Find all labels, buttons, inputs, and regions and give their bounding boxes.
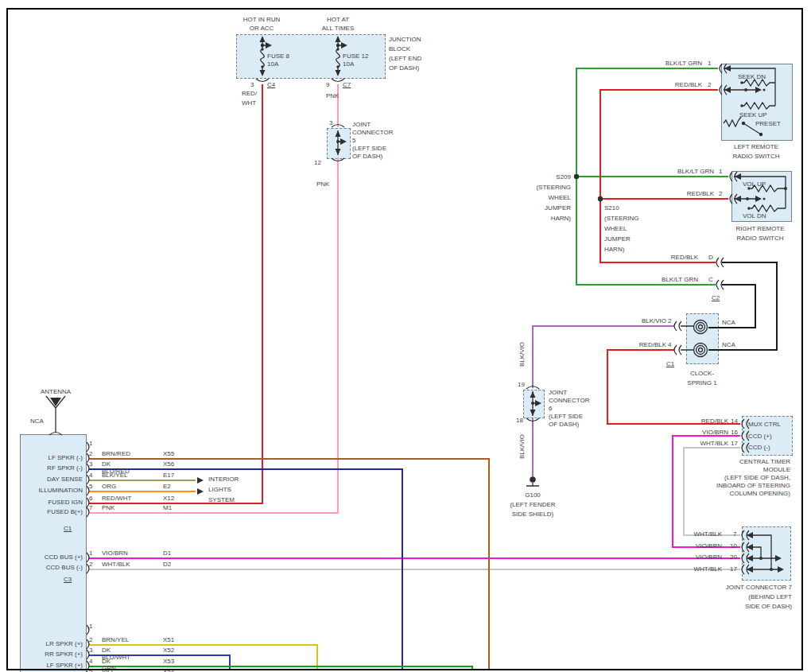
cs-connector-c1: C1 bbox=[666, 359, 674, 368]
ctm-row-pin: 17 bbox=[731, 439, 738, 448]
interior-lights-arrows bbox=[197, 477, 204, 495]
vol-up-label: VOL UP bbox=[743, 180, 766, 188]
radio-fn: ILLUMINATION bbox=[24, 486, 83, 495]
wire-brn-red bbox=[89, 459, 489, 670]
wire-name: ORG bbox=[102, 483, 116, 490]
rr-pin2-wire: RED/BLK bbox=[674, 189, 714, 198]
wire-label-blk-vio-2: BLK/VIO bbox=[518, 429, 526, 464]
cs-nca-bottom: NCA bbox=[722, 340, 735, 349]
circuit-code: D1 bbox=[163, 550, 171, 557]
pin-num: 7 bbox=[89, 504, 92, 511]
cs-pin4-num: 4 bbox=[668, 340, 671, 349]
circuit-code: X51 bbox=[163, 636, 174, 643]
wire-name: RED/WHT bbox=[102, 495, 131, 502]
circuit-code: X55 bbox=[163, 450, 174, 457]
ctm-title: CENTRAL TIMER MODULE (LEFT SIDE OF DASH,… bbox=[669, 458, 790, 498]
pin-num: 4 bbox=[89, 472, 92, 479]
pin-num: 3 bbox=[89, 647, 92, 654]
wire-name: BLK/YEL bbox=[102, 472, 127, 479]
lr-pin2-num: 2 bbox=[708, 80, 711, 89]
wire-red-wht-fused-ign bbox=[89, 84, 262, 503]
interior-lights-label: INTERIOR LIGHTS SYSTEM bbox=[208, 474, 239, 505]
jc7-row-pin: 20 bbox=[730, 553, 737, 561]
wire-name: BRN/RED bbox=[102, 450, 130, 457]
wire-label-blk-vio-1: BLK/VIO bbox=[518, 337, 526, 372]
lr-pin1-wire: BLK/LT GRN bbox=[653, 59, 702, 68]
jc6-title: JOINT CONNECTOR 6 (LEFT SIDE OF DASH) bbox=[549, 389, 589, 429]
right-remote-title: RIGHT REMOTE RADIO SWITCH bbox=[716, 224, 805, 243]
wire-dk-grn bbox=[89, 666, 472, 670]
hot-in-run-label: HOT IN RUN OR ACC bbox=[236, 15, 287, 33]
joint-connector-5-symbol bbox=[336, 130, 347, 155]
circuit-code: X53 bbox=[163, 658, 174, 665]
junction-block-title: JUNCTION BLOCK (LEFT END OF DASH) bbox=[389, 35, 421, 73]
pin-num: 2 bbox=[89, 636, 92, 643]
jb-connector-c4: C4 bbox=[267, 80, 275, 89]
jc6-pin-top: 19 bbox=[518, 380, 525, 389]
pin-num: 1 bbox=[89, 550, 92, 557]
splice-s209-label: S209 (STEERING WHEEL JUMPER HARN) bbox=[522, 172, 571, 223]
wiring-diagram-canvas: HOT IN RUN OR ACC HOT AT ALL TIMES JUNCT… bbox=[0, 0, 811, 672]
cs-pin4-wire: RED/BLK bbox=[628, 340, 666, 349]
jc5-title: JOINT CONNECTOR 5 (LEFT SIDE OF DASH) bbox=[352, 121, 393, 161]
cs-pinC-wire: BLK/LT GRN bbox=[649, 275, 698, 284]
wire-name: WHT/BLK bbox=[102, 561, 130, 568]
jc7-row-pin: 17 bbox=[730, 565, 737, 573]
pin-num: 6 bbox=[89, 495, 92, 502]
hot-at-all-times-label: HOT AT ALL TIMES bbox=[312, 15, 363, 33]
radio-fn: FUSED IGN bbox=[24, 498, 83, 507]
wire-label-pnk-1: PNK bbox=[326, 91, 339, 100]
jc7-row-wire: WHT/BLK bbox=[678, 530, 722, 538]
joint-connector-6-symbol bbox=[530, 391, 542, 416]
wire-name: VIO/BRN bbox=[102, 550, 128, 557]
antenna-nca-label: NCA bbox=[30, 417, 44, 425]
pin-num: 5 bbox=[89, 668, 92, 672]
wire-name: VIO bbox=[102, 668, 113, 672]
antenna-label: ANTENNA bbox=[30, 387, 81, 396]
jc5-pin-bottom: 12 bbox=[314, 158, 321, 167]
jc7-row-wire: VIO/BRN bbox=[678, 542, 722, 550]
fuse-8-label: FUSE 8 10A bbox=[267, 52, 289, 68]
pin-num: 5 bbox=[89, 483, 92, 490]
ctm-row-wire: WHT/BLK bbox=[687, 439, 728, 448]
wire-name: PNK bbox=[102, 504, 114, 511]
seek-up-label: SEEK UP bbox=[739, 111, 767, 119]
cs-pin2-wire: BLK/VIO bbox=[631, 317, 666, 325]
radio-fn: RR SPKR (+) bbox=[24, 650, 83, 658]
splice-s210-label: S210 (STEERING WHEEL JUMPER HARN) bbox=[604, 203, 654, 254]
ctm-row-pin: 16 bbox=[731, 428, 738, 437]
radio-fn: RF SPKR (-) bbox=[24, 464, 83, 472]
lr-pin1-num: 1 bbox=[708, 59, 711, 68]
jc7-row-pin: 10 bbox=[730, 542, 737, 550]
circuit-code: X52 bbox=[163, 647, 174, 654]
jc5-pin-top: 3 bbox=[329, 118, 332, 127]
ground-icon bbox=[526, 476, 539, 486]
radio-connector-c3: C3 bbox=[64, 575, 72, 584]
jc7-row-wire: VIO/BRN bbox=[678, 553, 722, 561]
jc7-row-wire: WHT/BLK bbox=[678, 565, 722, 573]
ctm-fn-ccd-minus: CCD (-) bbox=[748, 443, 770, 452]
jb-connector-c7: C7 bbox=[343, 80, 351, 89]
pin-num: 4 bbox=[89, 658, 92, 665]
rr-pin2-num: 2 bbox=[719, 189, 722, 198]
circuit-code: X56 bbox=[163, 460, 174, 468]
cs-connector-c2: C2 bbox=[712, 293, 720, 302]
seek-dn-label: SEEK DN bbox=[738, 72, 766, 81]
splice-s210-dot bbox=[598, 196, 603, 201]
ctm-fn-mux-ctrl: MUX CTRL bbox=[748, 420, 781, 429]
jb-pin-3: 3 bbox=[250, 80, 254, 89]
circuit-code: E2 bbox=[163, 483, 171, 490]
cs-nca-top: NCA bbox=[722, 318, 735, 327]
jc7-row-pin: 7 bbox=[733, 530, 736, 538]
jc6-pin-bottom: 18 bbox=[516, 416, 523, 425]
cs-pin2-num: 2 bbox=[668, 317, 671, 325]
preset-label: PRESET bbox=[755, 119, 781, 128]
radio-fn: LF SPKR (+) bbox=[24, 661, 83, 670]
g100-label: G100 (LEFT FENDER SIDE SHIELD) bbox=[495, 491, 571, 519]
ctm-row-pin: 14 bbox=[731, 417, 738, 425]
radio-connector-c1: C1 bbox=[64, 524, 72, 533]
circuit-code: E17 bbox=[163, 472, 174, 479]
wire-label-pnk-2: PNK bbox=[316, 180, 329, 188]
pin-num: 2 bbox=[89, 450, 92, 457]
joint-connector-7-symbol bbox=[747, 532, 784, 573]
